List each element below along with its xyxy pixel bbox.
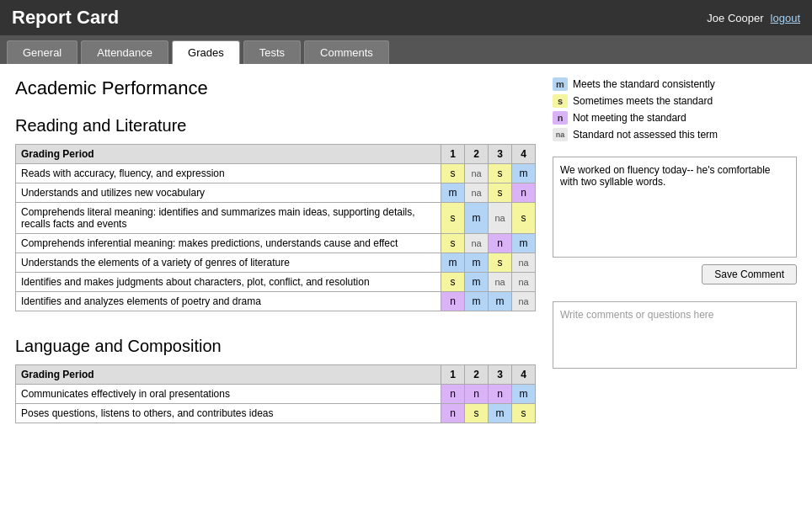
grade-cell[interactable]: n — [512, 183, 536, 203]
period-3-header: 3 — [489, 145, 512, 164]
table-row: Comprehends inferential meaning: makes p… — [16, 234, 536, 253]
grade-cell[interactable]: s — [489, 164, 512, 183]
table-row: Identifies and makes judgments about cha… — [16, 273, 536, 292]
table-row: Understands the elements of a variety of… — [16, 253, 536, 273]
period-1-header-2: 1 — [441, 365, 465, 385]
row-label: Reads with accuracy, fluency, and expres… — [16, 164, 441, 183]
grading-period-header-2: Grading Period — [16, 365, 441, 385]
period-1-header: 1 — [441, 145, 465, 164]
legend-n: n Not meeting the standard — [553, 111, 797, 125]
table-row: Communicates effectively in oral present… — [16, 385, 536, 404]
row-label: Comprehends inferential meaning: makes p… — [16, 234, 441, 253]
grade-cell[interactable]: na — [489, 203, 512, 234]
section-reading: Reading and Literature Grading Period 1 … — [15, 116, 536, 311]
row-label: Communicates effectively in oral present… — [16, 385, 441, 404]
legend-badge-s: s — [553, 94, 568, 108]
grade-cell[interactable]: s — [489, 253, 512, 273]
row-label: Understands and utilizes new vocabulary — [16, 183, 441, 203]
grade-cell[interactable]: m — [489, 404, 512, 423]
reading-table: Grading Period 1 2 3 4 Reads with accura… — [15, 144, 536, 311]
grade-cell[interactable]: na — [489, 273, 512, 292]
left-panel: Academic Performance Reading and Literat… — [15, 77, 536, 449]
grade-cell[interactable]: m — [441, 183, 465, 203]
header: Report Card Joe Cooper logout — [0, 0, 812, 35]
legend-text-s: Sometimes meets the standard — [573, 95, 713, 107]
section-reading-title: Reading and Literature — [15, 116, 536, 136]
row-label: Poses questions, listens to others, and … — [16, 404, 441, 423]
period-4-header-2: 4 — [512, 365, 536, 385]
section-language: Language and Composition Grading Period … — [15, 337, 536, 423]
grade-cell[interactable]: s — [441, 164, 465, 183]
nav-tabs: General Attendance Grades Tests Comments — [0, 35, 812, 64]
grade-cell[interactable]: m — [489, 292, 512, 311]
grade-cell[interactable]: n — [489, 234, 512, 253]
grade-cell[interactable]: s — [512, 404, 536, 423]
tab-comments[interactable]: Comments — [304, 40, 389, 64]
grade-cell[interactable]: m — [465, 253, 489, 273]
legend-text-m: Meets the standard consistently — [573, 78, 715, 90]
period-2-header-2: 2 — [465, 365, 489, 385]
table-row: Poses questions, listens to others, and … — [16, 404, 536, 423]
grade-cell[interactable]: n — [441, 385, 465, 404]
grade-cell[interactable]: s — [441, 273, 465, 292]
tab-tests[interactable]: Tests — [243, 40, 301, 64]
grade-cell[interactable]: na — [465, 164, 489, 183]
reading-comment-area: We worked on fluency today-- he's comfor… — [553, 157, 797, 284]
row-label: Comprehends literal meaning: identifies … — [16, 203, 441, 234]
page-title: Academic Performance — [15, 77, 536, 99]
legend: m Meets the standard consistently s Some… — [553, 77, 797, 141]
grade-cell[interactable]: m — [512, 234, 536, 253]
grade-cell[interactable]: s — [512, 203, 536, 234]
header-user-area: Joe Cooper logout — [707, 12, 800, 24]
legend-text-n: Not meeting the standard — [573, 112, 686, 124]
legend-badge-n: n — [553, 111, 568, 125]
table-row: Reads with accuracy, fluency, and expres… — [16, 164, 536, 183]
grade-cell[interactable]: s — [489, 183, 512, 203]
grade-cell[interactable]: m — [465, 292, 489, 311]
username: Joe Cooper — [707, 12, 763, 24]
grade-cell[interactable]: n — [489, 385, 512, 404]
reading-comment-text: We worked on fluency today-- he's comfor… — [553, 157, 797, 258]
grade-cell[interactable]: n — [441, 292, 465, 311]
grade-cell[interactable]: m — [441, 253, 465, 273]
logout-link[interactable]: logout — [771, 12, 800, 24]
save-comment-button[interactable]: Save Comment — [702, 264, 797, 284]
grade-cell[interactable]: na — [512, 253, 536, 273]
legend-na: na Standard not assessed this term — [553, 128, 797, 141]
main-content: Academic Performance Reading and Literat… — [0, 64, 812, 462]
row-label: Identifies and analyzes elements of poet… — [16, 292, 441, 311]
grade-cell[interactable]: m — [465, 203, 489, 234]
table-row: Comprehends literal meaning: identifies … — [16, 203, 536, 234]
row-label: Understands the elements of a variety of… — [16, 253, 441, 273]
tab-general[interactable]: General — [7, 40, 77, 64]
grade-cell[interactable]: na — [512, 292, 536, 311]
grade-cell[interactable]: n — [441, 404, 465, 423]
grade-cell[interactable]: na — [465, 183, 489, 203]
tab-attendance[interactable]: Attendance — [81, 40, 168, 64]
section-language-title: Language and Composition — [15, 337, 536, 356]
language-table: Grading Period 1 2 3 4 Communicates effe… — [15, 364, 536, 423]
grade-cell[interactable]: na — [512, 273, 536, 292]
grade-cell[interactable]: n — [465, 385, 489, 404]
grade-cell[interactable]: m — [465, 273, 489, 292]
legend-badge-na: na — [553, 128, 568, 141]
grade-cell[interactable]: m — [512, 164, 536, 183]
right-panel: m Meets the standard consistently s Some… — [553, 77, 797, 449]
legend-badge-m: m — [553, 77, 568, 91]
legend-m: m Meets the standard consistently — [553, 77, 797, 91]
grading-period-header: Grading Period — [16, 145, 441, 164]
grade-cell[interactable]: na — [465, 234, 489, 253]
language-comment-area: Write comments or questions here — [553, 301, 797, 369]
tab-grades[interactable]: Grades — [172, 40, 240, 64]
grade-cell[interactable]: m — [512, 385, 536, 404]
period-3-header-2: 3 — [489, 365, 512, 385]
grade-cell[interactable]: s — [441, 203, 465, 234]
legend-text-na: Standard not assessed this term — [573, 129, 718, 141]
table-row: Identifies and analyzes elements of poet… — [16, 292, 536, 311]
grade-cell[interactable]: s — [441, 234, 465, 253]
period-4-header: 4 — [512, 145, 536, 164]
legend-s: s Sometimes meets the standard — [553, 94, 797, 108]
row-label: Identifies and makes judgments about cha… — [16, 273, 441, 292]
language-comment-placeholder[interactable]: Write comments or questions here — [553, 301, 797, 369]
grade-cell[interactable]: s — [465, 404, 489, 423]
